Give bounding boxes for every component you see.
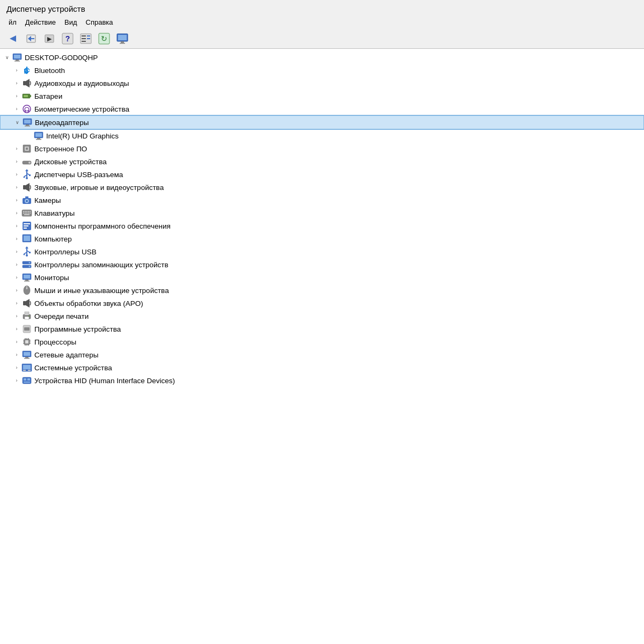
pc-icon — [21, 233, 32, 244]
svg-rect-77 — [24, 228, 27, 229]
svg-text:▶: ▶ — [47, 35, 52, 42]
svg-rect-38 — [26, 125, 29, 126]
software-chevron: › — [12, 221, 21, 231]
software-label: Компоненты программного обеспечения — [34, 222, 171, 230]
svg-rect-42 — [37, 138, 40, 139]
usb-ctrl-label: Диспетчеры USB-разъема — [34, 171, 123, 179]
menu-help[interactable]: Справка — [82, 17, 118, 28]
tree-item-sound[interactable]: › Звуковые, игровые и видеоустройства — [0, 181, 644, 194]
tree-item-audio[interactable]: › Аудиовходы и аудиовыходы — [0, 77, 644, 90]
tree-item-firmware[interactable]: › Встроенное ПО — [0, 142, 644, 155]
svg-marker-81 — [25, 246, 28, 248]
sys-label: Системные устройства — [34, 364, 112, 372]
mouse-chevron: › — [12, 286, 21, 295]
toolbar-back-btn[interactable] — [23, 31, 40, 46]
svg-text:?: ? — [65, 34, 70, 43]
svg-rect-70 — [26, 213, 27, 214]
tree-item-apo[interactable]: › Объекты обработки звука (APO) — [0, 297, 644, 310]
disk-chevron: › — [12, 157, 21, 166]
svg-rect-121 — [24, 352, 30, 356]
tree-item-bluetooth[interactable]: › ʙ Bluetooth — [0, 64, 644, 77]
net-icon — [21, 349, 32, 360]
toolbar-expand-btn[interactable] — [77, 31, 94, 46]
svg-rect-34 — [24, 95, 28, 97]
usb-label: Контроллеры USB — [34, 248, 97, 256]
svg-rect-71 — [28, 213, 29, 214]
tree-item-hid[interactable]: › Устройства HID (Human Interface Device… — [0, 374, 644, 387]
svg-rect-94 — [24, 281, 30, 282]
tree-item-net[interactable]: › Сетевые адаптеры — [0, 348, 644, 361]
svg-text:↻: ↻ — [101, 34, 107, 43]
usb-ctrl-chevron: › — [12, 170, 21, 179]
device-manager-window: Диспетчер устройств йл Действие Вид Спра… — [0, 0, 644, 644]
bluetooth-chevron: › — [12, 65, 21, 75]
tree-item-biometric[interactable]: › Биометрические устройства — [0, 103, 644, 115]
storage-icon — [21, 259, 32, 270]
tree-item-sys[interactable]: › Системные устройства — [0, 361, 644, 374]
tree-item-monitor[interactable]: › Мониторы — [0, 271, 644, 284]
toolbar-screen-btn[interactable] — [114, 31, 131, 46]
sound-chevron: › — [12, 182, 21, 192]
tree-item-usb[interactable]: › Контроллеры USB — [0, 245, 644, 258]
svg-point-90 — [29, 266, 31, 267]
svg-rect-11 — [82, 41, 86, 42]
svg-rect-72 — [30, 213, 31, 214]
svg-rect-97 — [23, 301, 26, 305]
menu-view[interactable]: Вид — [60, 17, 82, 28]
keyboard-icon — [21, 208, 32, 218]
tree-item-intel[interactable]: › Intel(R) UHD Graphics — [0, 129, 644, 142]
camera-icon — [21, 195, 32, 206]
tree-item-keyboard[interactable]: › Клавиатуры — [0, 207, 644, 219]
tree-item-usb-ctrl[interactable]: › Диспетчеры USB-разъема — [0, 168, 644, 181]
tree-item-battery[interactable]: › Батареи — [0, 90, 644, 103]
svg-marker-98 — [26, 299, 30, 308]
pc-chevron: › — [12, 234, 21, 244]
svg-rect-61 — [25, 196, 28, 198]
svg-rect-68 — [23, 213, 24, 214]
svg-rect-107 — [25, 340, 28, 343]
menu-file[interactable]: йл — [4, 17, 21, 28]
toolbar-help-btn[interactable]: ? — [59, 31, 76, 46]
svg-marker-31 — [26, 79, 30, 87]
disk-label: Дисковые устройства — [34, 158, 107, 166]
toolbar-forward-btn[interactable]: ▶ — [41, 31, 58, 46]
tree-item-camera[interactable]: › Камеры — [0, 194, 644, 207]
svg-rect-69 — [25, 213, 26, 214]
mouse-label: Мыши и иные указывающие устройства — [34, 287, 169, 295]
display-chevron: ∨ — [12, 118, 22, 127]
toolbar-arrow-btn[interactable] — [4, 31, 21, 46]
tree-item-prog[interactable]: › Программные устройства — [0, 323, 644, 335]
svg-rect-125 — [23, 365, 31, 369]
print-icon — [21, 311, 32, 321]
svg-rect-10 — [82, 38, 86, 39]
tree-item-storage[interactable]: › Контроллеры запоминающих устройств — [0, 258, 644, 271]
svg-marker-50 — [25, 169, 28, 171]
tree-item-display[interactable]: ∨ Видеоадаптеры — [0, 115, 644, 129]
svg-rect-22 — [16, 60, 19, 61]
software-icon — [21, 221, 32, 231]
toolbar-refresh-btn[interactable]: ↻ — [96, 31, 113, 46]
menu-action[interactable]: Действие — [21, 17, 60, 28]
biometric-icon — [21, 104, 32, 114]
tree-item-print[interactable]: › Очереди печати — [0, 310, 644, 323]
usb-ctrl-icon — [21, 169, 32, 180]
svg-rect-65 — [26, 211, 27, 212]
display-icon — [22, 117, 33, 128]
tree-item-cpu[interactable]: › Процес — [0, 335, 644, 348]
tree-item-pc[interactable]: › Компьютер — [0, 232, 644, 245]
tree-root[interactable]: ∨ DESKTOP-GOD0QHP — [0, 51, 644, 64]
svg-rect-21 — [14, 55, 20, 58]
tree-item-software[interactable]: › Компоненты программного обеспечения — [0, 219, 644, 232]
svg-rect-17 — [118, 35, 127, 40]
svg-rect-73 — [24, 214, 30, 215]
tree-item-mouse[interactable]: › Мыши и иные указывающие устройства — [0, 284, 644, 297]
net-chevron: › — [12, 350, 21, 360]
storage-chevron: › — [12, 260, 21, 269]
tree-item-disk[interactable]: › Дисковые устройства — [0, 155, 644, 168]
firmware-icon — [21, 143, 32, 154]
svg-marker-0 — [10, 35, 16, 42]
battery-icon — [21, 91, 32, 101]
computer-icon — [12, 52, 23, 63]
svg-rect-79 — [24, 236, 30, 241]
cpu-chevron: › — [12, 337, 21, 347]
